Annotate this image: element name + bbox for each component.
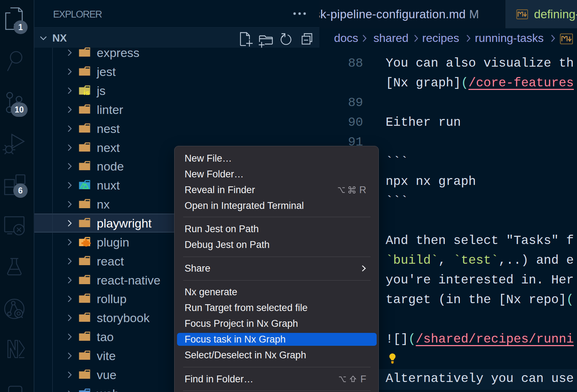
svg-text:js: js — [83, 89, 90, 95]
